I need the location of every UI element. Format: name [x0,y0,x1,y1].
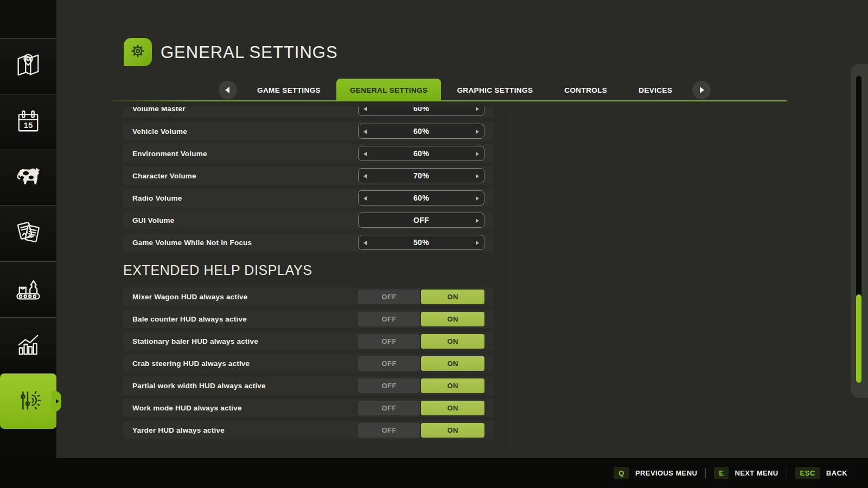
setting-row-mixer-wagon-hud: Mixer Wagon HUD always active OFF ON [123,287,494,306]
section-heading: EXTENDED HELP DISPLAYS [123,262,494,278]
setting-label: Partial work width HUD always active [123,382,358,390]
mixer-wagon-hud-toggle: OFF ON [358,290,484,304]
work-mode-hud-toggle: OFF ON [358,401,484,415]
sidebar-item-settings[interactable] [0,373,56,429]
stepper-increase-icon[interactable] [476,174,479,178]
yarder-hud-toggle: OFF ON [358,423,484,438]
stepper-increase-icon[interactable] [476,241,479,245]
setting-row-stationary-baler-hud: Stationary baler HUD always active OFF O… [123,332,494,350]
toggle-off-button[interactable]: OFF [358,378,420,393]
scrollbar-thumb[interactable] [856,294,861,383]
setting-row: Volume Master 60% [123,107,494,118]
setting-label: Bale counter HUD always active [123,315,358,323]
settings-list: Volume Master 60% Vehicle Volume 60% Env… [123,107,494,443]
toggle-off-button[interactable]: OFF [358,312,420,326]
scrollbar-track[interactable] [856,76,861,383]
partial-work-width-hud-toggle: OFF ON [358,378,484,393]
toggle-off-button[interactable]: OFF [358,401,420,415]
shortcut-label: NEXT MENU [735,469,778,477]
scrollbar[interactable] [851,64,868,398]
stepper-increase-icon[interactable] [476,130,479,134]
sidebar-item-blank [0,0,56,38]
setting-label: GUI Volume [123,216,358,224]
toggle-off-button[interactable]: OFF [358,334,420,349]
stepper-decrease-icon[interactable] [363,174,367,178]
setting-label: Volume Master [123,107,358,113]
shortcut-next-menu[interactable]: E NEXT MENU [714,467,778,479]
sidebar-item-statistics[interactable] [0,317,56,373]
environment-volume-stepper[interactable]: 60% [358,146,484,161]
toggle-off-button[interactable]: OFF [358,356,420,371]
setting-row-partial-work-width-hud: Partial work width HUD always active OFF… [123,376,494,395]
sidebar-item-map[interactable] [0,38,56,94]
tab-graphic-settings[interactable]: GRAPHIC SETTINGS [441,79,548,101]
stepper-value: 70% [413,171,429,180]
setting-row-radio-volume: Radio Volume 60% [123,189,494,207]
setting-label: Environment Volume [123,150,358,158]
tab-devices[interactable]: DEVICES [623,79,688,101]
setting-label: Vehicle Volume [123,127,358,136]
stepper-decrease-icon[interactable] [363,196,367,201]
key-q-badge: Q [614,467,629,479]
setting-row-work-mode-hud: Work mode HUD always active OFF ON [123,399,494,417]
tabs-next-button[interactable] [692,81,711,99]
shortcut-back[interactable]: ESC BACK [795,467,847,479]
toggle-on-button[interactable]: ON [421,423,484,438]
setting-row-gui-volume: GUI Volume OFF [123,211,494,229]
gui-volume-stepper[interactable]: OFF [358,213,484,228]
toggle-on-button[interactable]: ON [421,290,484,304]
setting-label: Yarder HUD always active [123,426,358,434]
gear-icon [127,40,149,64]
clipped-row-volume-master: Volume Master 60% [123,107,494,118]
chevron-right-icon [700,87,704,93]
toggle-on-button[interactable]: ON [421,312,484,326]
active-tab-arrow-icon [56,399,59,403]
stepper-increase-icon[interactable] [476,219,479,223]
toggle-on-button[interactable]: ON [421,401,484,415]
sidebar-item-calendar[interactable]: 15 [0,94,56,150]
setting-row-vehicle-volume: Vehicle Volume 60% [123,122,494,140]
stepper-decrease-icon[interactable] [363,152,367,156]
shortcut-previous-menu[interactable]: Q PREVIOUS MENU [614,467,697,479]
footer-bar: Q PREVIOUS MENU E NEXT MENU ESC BACK [0,458,868,488]
calendar-icon: 15 [13,106,43,138]
tab-controls[interactable]: CONTROLS [548,79,623,101]
tab-game-settings[interactable]: GAME SETTINGS [241,79,336,101]
stepper-value: 60% [413,127,429,136]
volume-master-stepper[interactable]: 60% [358,107,484,116]
tabbar: GAME SETTINGS GENERAL SETTINGS GRAPHIC S… [214,79,715,101]
stepper-decrease-icon[interactable] [363,241,367,245]
page-icon-badge [124,38,152,66]
screen: 15 [0,0,868,488]
setting-row-environment-volume: Environment Volume 60% [123,144,494,163]
toggle-on-button[interactable]: ON [421,356,484,371]
setting-label: Radio Volume [123,194,358,202]
sidebar-item-production[interactable] [0,261,56,317]
vehicle-volume-stepper[interactable]: 60% [358,124,484,139]
sidebar-item-animals[interactable] [0,150,56,206]
sidebar-item-contracts[interactable] [0,206,56,261]
toggle-on-button[interactable]: ON [421,378,484,393]
page-title: GENERAL SETTINGS [161,43,338,62]
setting-label: Crab steering HUD always active [123,359,358,368]
game-volume-not-in-focus-stepper[interactable]: 50% [358,235,484,250]
toggle-off-button[interactable]: OFF [358,290,420,304]
stepper-increase-icon[interactable] [476,196,479,201]
tabs-previous-button[interactable] [219,81,237,99]
toggle-off-button[interactable]: OFF [358,423,420,438]
stepper-decrease-icon[interactable] [363,107,367,111]
character-volume-stepper[interactable]: 70% [358,168,484,183]
footer-separator [787,468,787,478]
setting-label: Work mode HUD always active [123,404,358,412]
stepper-increase-icon[interactable] [476,107,479,111]
stationary-baler-hud-toggle: OFF ON [358,334,484,349]
radio-volume-stepper[interactable]: 60% [358,190,484,206]
stepper-decrease-icon[interactable] [363,130,367,134]
footer-separator [705,468,706,478]
bale-counter-hud-toggle: OFF ON [358,312,484,326]
toggle-on-button[interactable]: ON [421,334,484,349]
stepper-increase-icon[interactable] [476,152,479,156]
stepper-value: 60% [413,194,429,202]
sidebar: 15 [0,0,56,458]
tab-general-settings[interactable]: GENERAL SETTINGS [336,79,441,101]
